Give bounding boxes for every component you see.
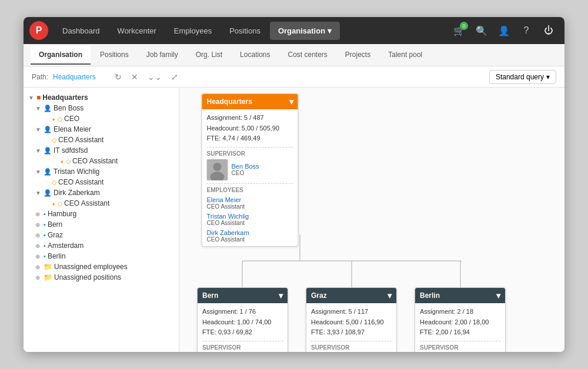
nav-positions[interactable]: Positions (221, 22, 269, 40)
tab-job-family[interactable]: Job family (138, 46, 186, 65)
power-icon: ⏻ (544, 25, 553, 36)
employee-name-1[interactable]: Tristan Wichlig (207, 213, 293, 220)
path-bar: Path: Headquarters ↻ ✕ ⌄⌄ ⤢ Standard que… (24, 66, 564, 88)
tree-toggle-amsterdam[interactable]: ⊕ (35, 243, 44, 249)
berlin-dropdown-arrow[interactable]: ▾ (496, 291, 500, 300)
folder-icon: ■ (36, 93, 41, 102)
sidebar-item-ceo-asst-tristan[interactable]: ◇ CEO Assistant (26, 177, 176, 187)
sidebar-item-amsterdam[interactable]: ⊕ ▪ Amsterdam (26, 240, 176, 251)
nav-workcenter[interactable]: Workcenter (109, 22, 165, 40)
sidebar-label-it-pos: CEO Assistant (72, 157, 118, 165)
nav-organisation[interactable]: Organisation ▾ (270, 22, 340, 40)
graz-headcount: Headcount: 5,00 / 116,90 (311, 317, 392, 328)
employee-item-0: Elena Meier CEO Assistant (207, 196, 293, 210)
diamond-tristan: ◇ (52, 179, 56, 186)
tree-toggle-ben-boss[interactable]: ▼ (35, 105, 44, 112)
sidebar-label-bern: Bern (48, 220, 62, 229)
expand-icon[interactable]: ⌄⌄ (145, 71, 164, 83)
sidebar-item-unassigned-positions[interactable]: ⊕ 📁 Unassigned positions (26, 272, 176, 283)
tab-projects[interactable]: Projects (337, 46, 379, 65)
path-link[interactable]: Headquarters (53, 73, 96, 81)
nav-employees[interactable]: Employees (166, 22, 220, 40)
tree-toggle-it[interactable]: ▼ (35, 147, 44, 154)
sidebar-item-ceo[interactable]: ⬧ ◇ CEO (26, 113, 176, 124)
search-button[interactable]: 🔍 (472, 21, 492, 41)
sidebar-item-it[interactable]: ▼ 👤 IT sdfdsfsd (26, 145, 176, 156)
sidebar-item-ceo-asst-elena[interactable]: ◇ CEO Assistant (26, 135, 176, 145)
graz-card-header[interactable]: Graz ▾ (306, 288, 396, 303)
sidebar-item-berlin[interactable]: ⊕ ▪ Berlin (26, 251, 176, 261)
user-button[interactable]: 👤 (494, 21, 514, 41)
graz-supervisor-label: Supervisor (311, 344, 392, 351)
building-icon-amsterdam: ▪ (44, 242, 46, 249)
cart-button[interactable]: 🛒 0 (449, 21, 469, 41)
sidebar-item-ceo-asst-dirk[interactable]: ⬧ ◇ CEO Assistant (26, 198, 176, 209)
employee-name-0[interactable]: Elena Meier (207, 196, 293, 203)
tree-toggle-unassigned-emp[interactable]: ⊕ (35, 264, 44, 270)
sidebar: ▼ ■ Headquarters ▼ 👤 Ben Boss ⬧ ◇ CEO ▼ … (24, 88, 179, 352)
building-icon-bern: ▪ (44, 221, 46, 228)
sidebar-item-bern[interactable]: ⊕ ▪ Bern (26, 219, 176, 230)
sidebar-item-dirk[interactable]: ▼ 👤 Dirk Zaberkam (26, 187, 176, 198)
refresh-icon[interactable]: ↻ (112, 71, 124, 83)
employee-name-2[interactable]: Dirk Zaberkam (207, 229, 293, 236)
tree-toggle-graz[interactable]: ⊕ (35, 232, 44, 239)
help-icon: ? (524, 25, 529, 36)
person-icon-it: 👤 (44, 147, 52, 155)
berlin-card-header[interactable]: Berlin ▾ (415, 288, 505, 303)
bern-dropdown-arrow[interactable]: ▾ (279, 291, 283, 300)
tab-positions[interactable]: Positions (92, 46, 137, 65)
tree-toggle-unassigned-pos[interactable]: ⊕ (35, 274, 44, 281)
tab-talent-pool[interactable]: Talent pool (380, 46, 430, 65)
tree-toggle[interactable]: ▼ (28, 95, 36, 101)
sidebar-item-ben-boss[interactable]: ▼ 👤 Ben Boss (26, 103, 176, 113)
fullscreen-icon[interactable]: ⤢ (169, 71, 181, 83)
close-icon[interactable]: ✕ (129, 71, 141, 83)
tree-toggle-elena[interactable]: ▼ (35, 126, 44, 133)
main-content: ▼ ■ Headquarters ▼ 👤 Ben Boss ⬧ ◇ CEO ▼ … (24, 88, 564, 352)
supervisor-name[interactable]: Ben Boss (232, 163, 259, 170)
tree-toggle-tristan[interactable]: ▼ (35, 169, 44, 175)
sidebar-label-berlin: Berlin (48, 252, 66, 260)
tree-toggle-bern[interactable]: ⊕ (35, 222, 44, 228)
employee-item-1: Tristan Wichlig CEO Assistant (207, 213, 293, 226)
tab-locations[interactable]: Locations (232, 46, 278, 65)
position-diamond-icon: ◇ (58, 115, 62, 123)
tree-toggle-hamburg[interactable]: ⊕ (35, 211, 44, 217)
sidebar-item-headquarters[interactable]: ▼ ■ Headquarters (26, 92, 176, 103)
divider1 (207, 147, 293, 147)
sidebar-item-tristan[interactable]: ▼ 👤 Tristan Wichlig (26, 166, 176, 177)
nav-dashboard[interactable]: Dashboard (54, 22, 108, 40)
help-button[interactable]: ? (516, 21, 536, 41)
person-icon-dirk: 👤 (44, 189, 52, 197)
sidebar-item-elena[interactable]: ▼ 👤 Elena Meier (26, 124, 176, 135)
hq-headcount: Headcount: 5,00 / 505,90 (207, 123, 293, 134)
sidebar-label-ben-boss: Ben Boss (54, 104, 83, 112)
diamond-dirk2: ◇ (58, 200, 62, 207)
sidebar-item-graz[interactable]: ⊕ ▪ Graz (26, 230, 176, 240)
user-icon: 👤 (498, 25, 510, 36)
standard-query-dropdown[interactable]: Standard query ▾ (489, 70, 556, 84)
sidebar-item-hamburg[interactable]: ⊕ ▪ Hamburg (26, 209, 176, 219)
bern-divider (202, 341, 283, 341)
hq-dropdown-arrow[interactable]: ▾ (289, 97, 293, 106)
tab-org-list[interactable]: Org. List (188, 46, 230, 65)
nav-icons: 🛒 0 🔍 👤 ? ⏻ (449, 21, 559, 41)
sidebar-label-dirk: Dirk Zaberkam (54, 189, 100, 197)
power-button[interactable]: ⏻ (539, 21, 559, 41)
sidebar-item-ceo-asst-it[interactable]: ⬧ ◇ CEO Assistant (26, 156, 176, 166)
graz-dropdown-arrow[interactable]: ▾ (387, 291, 392, 300)
sidebar-item-unassigned-employees[interactable]: ⊕ 📁 Unassigned employees (26, 261, 176, 272)
bern-title: Bern (202, 291, 218, 300)
hq-assignment: Assignment: 5 / 487 (207, 113, 293, 123)
tab-cost-centers[interactable]: Cost centers (279, 46, 335, 65)
hq-card-header[interactable]: Headquarters ▾ (202, 94, 298, 109)
tree-toggle-dirk[interactable]: ▼ (35, 190, 44, 196)
position-icon: ⬧ (52, 115, 56, 122)
bern-card-header[interactable]: Bern ▾ (198, 288, 288, 303)
tab-organisation[interactable]: Organisation (31, 46, 91, 65)
app-logo[interactable]: P (29, 21, 48, 40)
tree-toggle-berlin[interactable]: ⊕ (35, 253, 44, 260)
sidebar-label-graz: Graz (48, 231, 63, 239)
supervisor-info: Ben Boss CEO (232, 163, 259, 176)
